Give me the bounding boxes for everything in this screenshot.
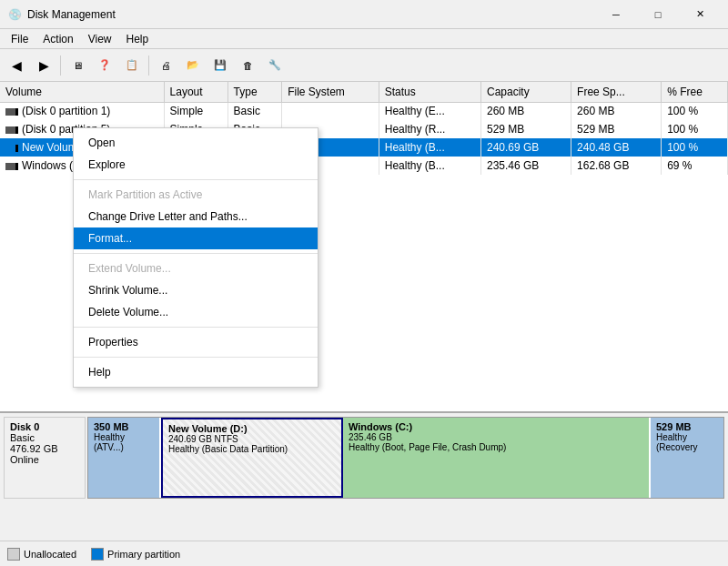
toolbar-sep-1 — [60, 56, 61, 76]
menu-action[interactable]: Action — [35, 29, 80, 49]
partition-new-volume[interactable]: New Volume (D:) 240.69 GB NTFS Healthy (… — [161, 418, 343, 498]
table-header-row: Volume Layout Type File System Status Ca… — [0, 82, 728, 102]
partition-system-name: 350 MB — [94, 421, 154, 432]
toolbar-btn-8[interactable]: 💾 — [207, 53, 233, 78]
context-menu-separator — [74, 253, 318, 254]
window-controls: ─ □ ✕ — [595, 0, 721, 29]
context-menu-item-format[interactable]: Format... — [74, 227, 318, 249]
toolbar-btn-4[interactable]: ❓ — [92, 53, 117, 78]
toolbar-btn-5[interactable]: 📋 — [119, 53, 145, 78]
partition-rec-status: Healthy (Recovery — [656, 432, 718, 452]
context-menu-item-shrinkvolume[interactable]: Shrink Volume... — [74, 279, 318, 301]
disk-size: 476.92 GB — [10, 443, 79, 454]
cell-data: 529 MB — [571, 120, 662, 138]
context-menu-item-changedriveletterandpaths[interactable]: Change Drive Letter and Paths... — [74, 206, 318, 227]
cell-data: 100 % — [662, 138, 728, 157]
disk-type: Basic — [10, 432, 79, 443]
cell-data: 69 % — [662, 157, 728, 175]
title-bar: 💿 Disk Management ─ □ ✕ — [0, 0, 728, 29]
cell-data: 529 MB — [480, 120, 571, 138]
col-free: Free Sp... — [571, 82, 662, 102]
partition-system-status: Healthy (ATV...) — [94, 432, 154, 452]
context-menu-separator — [74, 327, 318, 328]
disk-partitions: 350 MB Healthy (ATV...) New Volume (D:) … — [87, 417, 724, 499]
cell-data: Healthy (B... — [379, 138, 480, 157]
col-capacity: Capacity — [480, 82, 571, 102]
context-menu-item-deletevolume[interactable]: Delete Volume... — [74, 301, 318, 323]
menu-help[interactable]: Help — [119, 29, 157, 49]
menu-bar: File Action View Help — [0, 29, 728, 49]
context-menu-item-markpartitionasactive: Mark Partition as Active — [74, 184, 318, 206]
partition-win-name: Windows (C:) — [349, 421, 643, 432]
status-bar: Unallocated Primary partition — [0, 541, 728, 566]
context-menu-separator — [74, 357, 318, 358]
toolbar-btn-7[interactable]: 📂 — [180, 53, 206, 78]
cell-data — [282, 102, 379, 120]
context-menu: OpenExploreMark Partition as ActiveChang… — [73, 127, 318, 388]
legend-primary-box — [91, 548, 104, 561]
toolbar-btn-3[interactable]: 🖥 — [65, 53, 90, 78]
toolbar: ◀ ▶ 🖥 ❓ 📋 🖨 📂 💾 🗑 🔧 — [0, 49, 728, 82]
maximize-button[interactable]: □ — [637, 0, 679, 29]
disk-area: Disk 0 Basic 476.92 GB Online 350 MB Hea… — [0, 413, 728, 541]
legend-unalloc-box — [7, 548, 20, 561]
partition-win-size: 235.46 GB — [349, 432, 643, 442]
context-menu-item-help[interactable]: Help — [74, 361, 318, 383]
col-status: Status — [379, 82, 480, 102]
toolbar-btn-10[interactable]: 🔧 — [262, 53, 288, 78]
col-layout: Layout — [164, 82, 228, 102]
legend-primary: Primary partition — [91, 548, 180, 561]
legend-primary-label: Primary partition — [107, 549, 180, 560]
partition-nv-status: Healthy (Basic Data Partition) — [168, 444, 336, 454]
toolbar-sep-2 — [148, 56, 149, 76]
cell-data: 260 MB — [571, 102, 662, 120]
partition-nv-size: 240.69 GB NTFS — [168, 434, 336, 444]
cell-data: 235.46 GB — [480, 157, 571, 175]
cell-data: 100 % — [662, 120, 728, 138]
partition-nv-name: New Volume (D:) — [168, 423, 336, 434]
table-row[interactable]: (Disk 0 partition 1)SimpleBasicHealthy (… — [0, 102, 728, 120]
cell-data: 260 MB — [480, 102, 571, 120]
cell-data: 240.69 GB — [480, 138, 571, 157]
partition-windows[interactable]: Windows (C:) 235.46 GB Healthy (Boot, Pa… — [343, 418, 651, 498]
close-button[interactable]: ✕ — [679, 0, 721, 29]
cell-volume: (Disk 0 partition 1) — [0, 102, 164, 120]
partition-rec-name: 529 MB — [656, 421, 718, 432]
cell-data: Healthy (B... — [379, 157, 480, 175]
forward-button[interactable]: ▶ — [31, 53, 56, 78]
legend-unallocated: Unallocated — [7, 548, 76, 561]
context-menu-item-explore[interactable]: Explore — [74, 154, 318, 176]
disk-name: Disk 0 — [10, 421, 79, 432]
disk-label: Disk 0 Basic 476.92 GB Online — [4, 417, 86, 499]
minimize-button[interactable]: ─ — [595, 0, 637, 29]
cell-data: Basic — [228, 102, 282, 120]
app-icon: 💿 — [7, 7, 22, 22]
context-menu-item-properties[interactable]: Properties — [74, 331, 318, 353]
col-type: Type — [228, 82, 282, 102]
cell-data: Simple — [164, 102, 228, 120]
context-menu-item-open[interactable]: Open — [74, 132, 318, 154]
menu-view[interactable]: View — [81, 29, 119, 49]
menu-file[interactable]: File — [4, 29, 35, 49]
col-pct: % Free — [662, 82, 728, 102]
legend-unalloc-label: Unallocated — [24, 549, 76, 560]
col-volume: Volume — [0, 82, 164, 102]
cell-data: 100 % — [662, 102, 728, 120]
toolbar-btn-6[interactable]: 🖨 — [153, 53, 178, 78]
partition-system[interactable]: 350 MB Healthy (ATV...) — [88, 418, 161, 498]
col-filesystem: File System — [282, 82, 379, 102]
cell-data: 162.68 GB — [571, 157, 662, 175]
back-button[interactable]: ◀ — [4, 53, 29, 78]
toolbar-btn-9[interactable]: 🗑 — [235, 53, 260, 78]
disk-status: Online — [10, 454, 79, 465]
cell-data: Healthy (E... — [379, 102, 480, 120]
disk-row: Disk 0 Basic 476.92 GB Online 350 MB Hea… — [4, 417, 724, 499]
context-menu-item-extendvolume: Extend Volume... — [74, 258, 318, 279]
window-title: Disk Management — [27, 8, 595, 21]
cell-data: Healthy (R... — [379, 120, 480, 138]
partition-recovery[interactable]: 529 MB Healthy (Recovery — [651, 418, 723, 498]
context-menu-separator — [74, 179, 318, 180]
cell-data: 240.48 GB — [571, 138, 662, 157]
partition-win-status: Healthy (Boot, Page File, Crash Dump) — [349, 442, 643, 452]
